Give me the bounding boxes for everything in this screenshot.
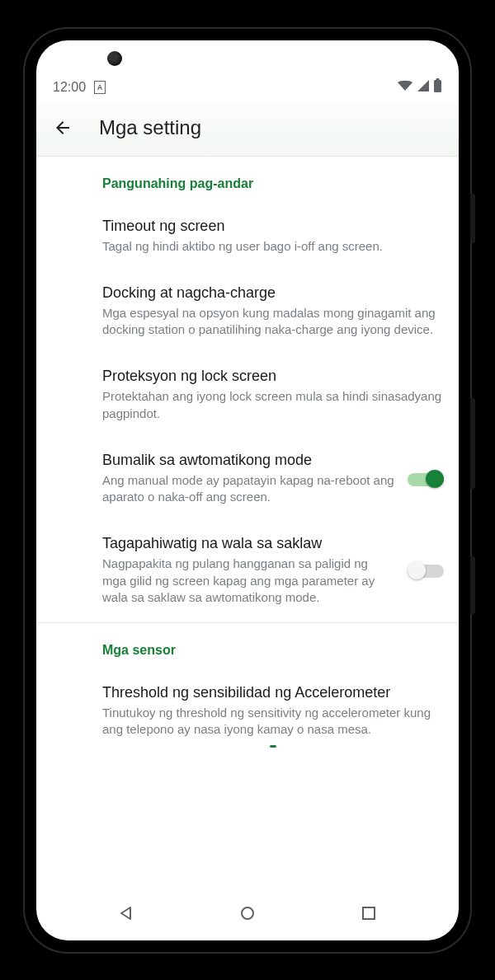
setting-subtitle: Ang manual mode ay papatayin kapag na-re… (102, 472, 394, 506)
setting-title: Docking at nagcha-charge (102, 284, 444, 302)
nav-back-button[interactable] (117, 904, 135, 922)
switch-return-auto-mode[interactable] (408, 469, 444, 489)
triangle-back-icon (118, 905, 134, 921)
svg-rect-3 (363, 907, 375, 919)
status-bar: 12:00 A (36, 72, 459, 103)
setting-subtitle: Nagpapakita ng pulang hangganan sa palig… (102, 556, 394, 606)
front-camera (107, 51, 122, 66)
setting-title: Threshold ng sensibilidad ng Acceleromet… (102, 684, 444, 701)
phone-frame: 12:00 A Mga setting Pangun (25, 29, 470, 952)
arrow-back-icon (53, 118, 73, 138)
section-header-main: Pangunahing pag-andar (102, 157, 444, 204)
svg-rect-1 (436, 78, 440, 81)
cellular-icon (417, 79, 430, 96)
nav-recents-button[interactable] (360, 904, 378, 922)
setting-title: Tagapahiwatig na wala sa saklaw (102, 535, 394, 552)
circle-home-icon (239, 905, 256, 921)
setting-subtitle: Tagal ng hindi aktibo ng user bago i-off… (102, 238, 444, 255)
screen: 12:00 A Mga setting Pangun (36, 40, 459, 940)
setting-subtitle: Protektahan ang iyong lock screen mula s… (102, 388, 444, 422)
language-icon: A (94, 81, 106, 94)
setting-screen-timeout[interactable]: Timeout ng screen Tagal ng hindi aktibo … (102, 204, 444, 271)
setting-title: Timeout ng screen (102, 218, 444, 235)
side-button (470, 194, 475, 243)
setting-docking-charging[interactable]: Docking at nagcha-charge Mga espesyal na… (102, 271, 444, 355)
setting-title: Proteksyon ng lock screen (102, 368, 444, 385)
settings-list[interactable]: Pangunahing pag-andar Timeout ng screen … (36, 157, 459, 891)
setting-out-of-range-indicator[interactable]: Tagapahiwatig na wala sa saklaw Nagpapak… (102, 522, 444, 622)
section-header-sensors: Mga sensor (102, 623, 444, 671)
setting-accelerometer-threshold[interactable]: Threshold ng sensibilidad ng Acceleromet… (102, 671, 444, 745)
scroll-hint-icon (270, 745, 276, 748)
svg-point-2 (242, 907, 253, 919)
switch-out-of-range[interactable] (408, 560, 444, 580)
wifi-icon (397, 79, 413, 96)
setting-subtitle: Tinutukoy ng threshold ng sensitivity ng… (102, 705, 444, 739)
setting-return-auto-mode[interactable]: Bumalik sa awtomatikong mode Ang manual … (102, 438, 444, 523)
nav-home-button[interactable] (238, 904, 257, 922)
square-recents-icon (361, 906, 376, 921)
side-button (470, 556, 475, 614)
app-bar: Mga setting (36, 103, 459, 157)
navigation-bar (36, 891, 459, 940)
svg-rect-0 (434, 80, 441, 92)
setting-lockscreen-protection[interactable]: Proteksyon ng lock screen Protektahan an… (102, 354, 444, 438)
setting-title: Bumalik sa awtomatikong mode (102, 452, 394, 469)
page-title: Mga setting (99, 116, 201, 139)
status-clock: 12:00 (53, 80, 86, 95)
battery-icon (433, 78, 442, 96)
setting-subtitle: Mga espesyal na opsyon kung madalas mong… (102, 305, 444, 339)
side-button (470, 398, 475, 489)
back-button[interactable] (51, 116, 74, 139)
